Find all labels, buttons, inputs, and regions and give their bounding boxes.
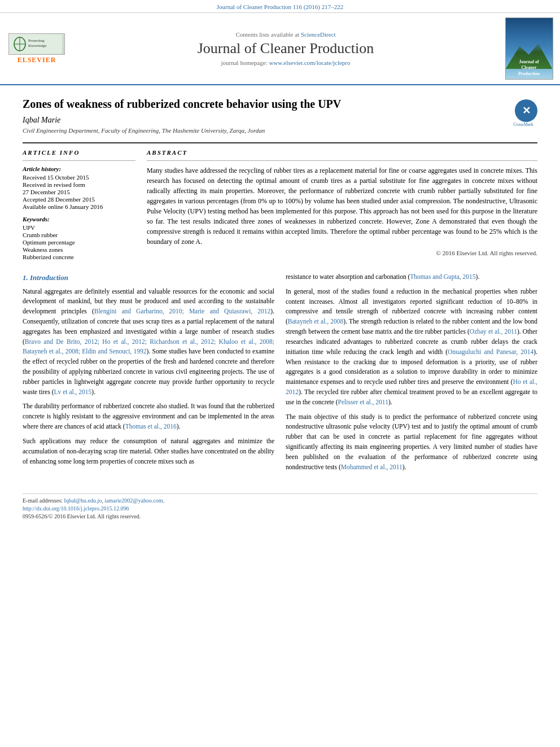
intro-paragraph-3: Such applications may reduce the consump… (23, 436, 274, 466)
journal-reference-bar: Journal of Cleaner Production 116 (2016)… (0, 0, 560, 13)
article-container: ✕ CrossMark Zones of weakness of rubberi… (0, 85, 560, 531)
keyword-5: Rubberized concrete (23, 254, 135, 260)
cite-onuaguluchi[interactable]: Onuaguluchi and Panesar, 2014 (448, 348, 533, 355)
received-date: Received 15 October 2015 (23, 174, 135, 181)
introduction-title: 1. Introduction (23, 272, 274, 283)
keyword-2: Crumb rubber (23, 231, 135, 238)
cite-thomas-gupta[interactable]: Thomas and Gupta, 2015 (410, 273, 475, 280)
abstract-header: Abstract (147, 149, 537, 156)
email-label: E-mail addresses: (23, 497, 63, 504)
cite-thomas-2016[interactable]: Thomas et al., 2016 (125, 423, 177, 430)
title-separator (23, 142, 537, 143)
body-left-column: 1. Introduction Natural aggregates are d… (23, 272, 274, 477)
body-section: 1. Introduction Natural aggregates are d… (23, 272, 537, 477)
cleaner-production-badge-wrapper: Journal ofCleanerProduction (504, 18, 554, 80)
cite-bravo[interactable]: Bravo and De Brito, 2012; Ho et al., 201… (23, 338, 274, 355)
doi-link[interactable]: http://dx.doi.org/10.1016/j.jclepro.2015… (23, 505, 129, 512)
svg-text:Knowledge: Knowledge (28, 43, 46, 48)
journal-header: Protecting Knowledge ELSEVIER Contents l… (0, 13, 560, 85)
article-title-row: ✕ CrossMark Zones of weakness of rubberi… (23, 97, 537, 111)
cite-batayneh[interactable]: Batayneh et al., 2008 (288, 318, 344, 325)
journal-reference-text: Journal of Cleaner Production 116 (2016)… (217, 3, 343, 10)
intro-paragraph-1: Natural aggregates are definitely essent… (23, 287, 274, 397)
keywords-title: Keywords: (23, 216, 135, 222)
science-direct-notice: Contents lists available at ScienceDirec… (73, 31, 498, 38)
received-revised-date: 27 December 2015 (23, 189, 135, 195)
cite-ho[interactable]: Ho et al., 2012 (286, 378, 537, 395)
abstract-text: Many studies have addressed the recyclin… (147, 165, 537, 247)
footer-section: E-mail addresses: Iqbal@hu.edu.jo, iamar… (23, 493, 537, 519)
journal-homepage: journal homepage: www.elsevier.com/locat… (73, 59, 498, 66)
keyword-4: Weakness zones (23, 246, 135, 253)
svg-text:Protecting: Protecting (28, 38, 45, 43)
keyword-1: UPV (23, 224, 135, 231)
info-header-separator (23, 160, 135, 161)
crossmark-wrapper: ✕ CrossMark (509, 97, 537, 127)
affiliation: Civil Engineering Department, Faculty of… (23, 127, 537, 134)
badge-text: Journal ofCleanerProduction (518, 59, 540, 77)
footer-email: E-mail addresses: Iqbal@hu.edu.jo, iamar… (23, 497, 537, 504)
elsevier-logo-left: Protecting Knowledge ELSEVIER (6, 33, 68, 64)
elsevier-graphic: Protecting Knowledge (8, 33, 65, 55)
abstract-panel: Abstract Many studies have addressed the… (147, 149, 537, 261)
cite-lv[interactable]: Lv et al., 2015 (54, 388, 92, 395)
received-revised-label: Received in revised form (23, 181, 135, 188)
intro-paragraph-2: The durability performance of rubberized… (23, 401, 274, 431)
journal-homepage-link[interactable]: www.elsevier.com/locate/jclepro (269, 59, 350, 66)
journal-center-info: Contents lists available at ScienceDirec… (73, 31, 498, 66)
info-abstract-section: Article Info Article history: Received 1… (23, 149, 537, 261)
article-info-header: Article Info (23, 149, 135, 156)
keyword-3: Optimum percentage (23, 239, 135, 246)
email-link-2[interactable]: iamarie2002@yahoo.com (104, 497, 163, 504)
cite-ozbay[interactable]: Ozbay et al., 2011 (470, 328, 517, 335)
cite-mohammed[interactable]: Mohammed et al., 2011 (341, 464, 403, 470)
cite-blengini[interactable]: Blengini and Garbarino, 2010; Marie and … (94, 308, 271, 314)
author-name: Iqbal Marie (23, 116, 537, 125)
journal-title: Journal of Cleaner Production (73, 40, 498, 57)
right-paragraph-1: resistance to water absorption and carbo… (286, 272, 537, 282)
accepted-date: Accepted 28 December 2015 (23, 196, 135, 203)
elsevier-label: ELSEVIER (18, 56, 56, 64)
cleaner-production-badge: Journal ofCleanerProduction (505, 18, 553, 80)
footer-doi: http://dx.doi.org/10.1016/j.jclepro.2015… (23, 505, 537, 512)
keywords-section: Keywords: UPV Crumb rubber Optimum perce… (23, 216, 135, 260)
available-date: Available online 6 January 2016 (23, 203, 135, 210)
abstract-header-separator (147, 160, 537, 161)
body-right-column: resistance to water absorption and carbo… (286, 272, 537, 477)
email-link-1[interactable]: Iqbal@hu.edu.jo (64, 497, 102, 504)
cite-pelisser[interactable]: Pelisser et al., 2011 (338, 399, 388, 405)
right-paragraph-3: The main objective of this study is to p… (286, 412, 537, 473)
article-title: Zones of weakness of rubberized concrete… (23, 97, 537, 111)
science-direct-link[interactable]: ScienceDirect (301, 31, 336, 38)
article-history-title: Article history: (23, 165, 135, 172)
right-paragraph-2: In general, most of the studies found a … (286, 287, 537, 408)
copyright-line: © 2016 Elsevier Ltd. All rights reserved… (147, 250, 537, 256)
crossmark-icon: ✕ (515, 99, 537, 122)
article-info-panel: Article Info Article history: Received 1… (23, 149, 135, 261)
footer-issn: 0959-6526/© 2016 Elsevier Ltd. All right… (23, 513, 537, 519)
